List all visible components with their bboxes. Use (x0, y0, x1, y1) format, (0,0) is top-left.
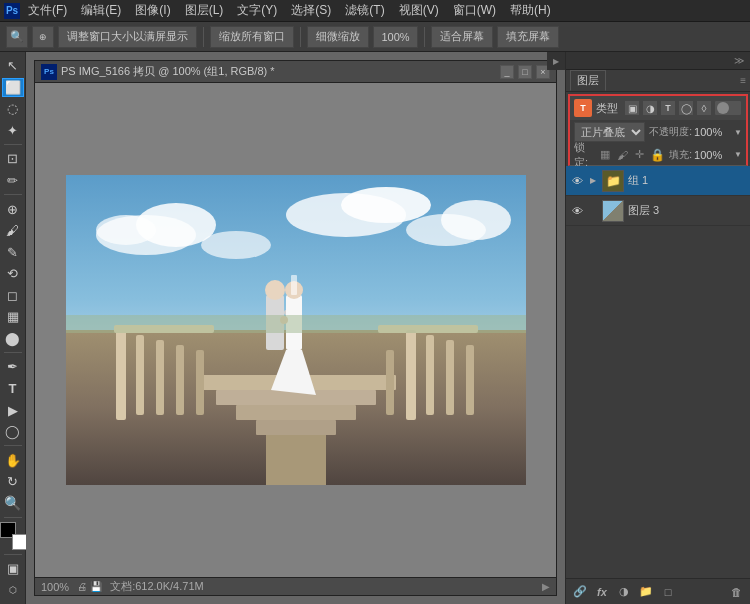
menu-layer[interactable]: 图层(L) (179, 0, 230, 21)
fill-section: 填充: 100% ▼ (669, 148, 742, 162)
eraser-tool[interactable]: ◻ (2, 286, 24, 306)
menu-bar: Ps 文件(F) 编辑(E) 图像(I) 图层(L) 文字(Y) 选择(S) 滤… (0, 0, 750, 22)
layer-name-3: 图层 3 (628, 203, 659, 218)
brush-tool[interactable]: 🖌 (2, 221, 24, 241)
filter-toggle[interactable] (714, 100, 742, 116)
new-page-icon: □ (665, 586, 672, 598)
pen-tool[interactable]: ✒ (2, 357, 24, 377)
layer-eye-group1[interactable]: 👁 (570, 174, 584, 188)
healing-tool[interactable]: ⊕ (2, 199, 24, 219)
new-layer-btn[interactable]: □ (658, 582, 678, 602)
filter-adjustment-icon[interactable]: ◑ (642, 100, 658, 116)
document-canvas[interactable] (35, 83, 556, 577)
fill-screen-btn[interactable]: 填充屏幕 (497, 26, 559, 48)
layer-thumb-group1: 📁 (602, 170, 624, 192)
new-group-btn[interactable]: 📁 (636, 582, 656, 602)
layer-group-1[interactable]: 👁 ▶ 📁 组 1 (566, 166, 750, 196)
layer-name-group1: 组 1 (628, 173, 648, 188)
fx-icon: fx (597, 586, 607, 598)
zoom-status: 100% (41, 581, 69, 593)
ps-logo: Ps (4, 3, 20, 19)
shape-tool[interactable]: ◯ (2, 422, 24, 442)
menu-select[interactable]: 选择(S) (285, 0, 337, 21)
svg-rect-22 (406, 330, 416, 420)
zoom-percent: 100% (373, 26, 418, 48)
lasso-tool[interactable]: ◌ (2, 99, 24, 119)
layer-eye-3[interactable]: 👁 (570, 204, 584, 218)
menu-edit[interactable]: 编辑(E) (75, 0, 127, 21)
opacity-arrow[interactable]: ▼ (734, 128, 742, 137)
menu-window[interactable]: 窗口(W) (447, 0, 502, 21)
hand-tool[interactable]: ✋ (2, 450, 24, 470)
crop-tool[interactable]: ⊡ (2, 149, 24, 169)
zoom-in-icon[interactable]: ⊕ (32, 26, 54, 48)
marquee-tool[interactable]: ⬜ (2, 78, 24, 98)
dodge-tool[interactable]: ⬤ (2, 329, 24, 349)
tool-sep3 (4, 352, 22, 353)
toolbar-sep1 (203, 27, 204, 47)
menu-view[interactable]: 视图(V) (393, 0, 445, 21)
panel-collapse-top[interactable]: ▶ (547, 52, 565, 70)
menu-type[interactable]: 文字(Y) (231, 0, 283, 21)
panel-collapse-bar: ≫ (566, 52, 750, 70)
svg-rect-26 (386, 350, 394, 415)
menu-filter[interactable]: 滤镜(T) (339, 0, 390, 21)
extra-tools-btn[interactable]: ⬡ (2, 580, 24, 600)
tool-sep2 (4, 194, 22, 195)
gradient-tool[interactable]: ▦ (2, 307, 24, 327)
rotate-view-tool[interactable]: ↻ (2, 472, 24, 492)
zoom-tool[interactable]: 🔍 (2, 493, 24, 513)
color-swatch[interactable] (0, 522, 28, 550)
workspace: ↖ ⬜ ◌ ✦ ⊡ ✏ ⊕ 🖌 ✎ ⟲ ◻ ▦ ⬤ ✒ T ▶ ◯ ✋ ↻ 🔍 … (0, 52, 750, 604)
path-select-tool[interactable]: ▶ (2, 400, 24, 420)
tool-sep6 (4, 554, 22, 555)
lock-checkerboard-icon[interactable]: ▦ (599, 147, 612, 163)
layer-thumb-3 (602, 200, 624, 222)
layer-type-icon[interactable]: T (574, 99, 592, 117)
filter-pixel-icon[interactable]: ▣ (624, 100, 640, 116)
fit-screen-btn[interactable]: 适合屏幕 (431, 26, 493, 48)
layer-3[interactable]: 👁 图层 3 (566, 196, 750, 226)
fill-label: 填充: (669, 148, 692, 162)
filter-shape-icon[interactable]: ◯ (678, 100, 694, 116)
move-tool[interactable]: ↖ (2, 56, 24, 76)
subtle-zoom-btn[interactable]: 细微缩放 (307, 26, 369, 48)
menu-help[interactable]: 帮助(H) (504, 0, 557, 21)
menu-file[interactable]: 文件(F) (22, 0, 73, 21)
eyedropper-tool[interactable]: ✏ (2, 171, 24, 191)
lock-move-icon[interactable]: ✛ (633, 147, 646, 163)
menu-image[interactable]: 图像(I) (129, 0, 176, 21)
zoom-out-icon[interactable]: 🔍 (6, 26, 28, 48)
filter-type-icon[interactable]: T (660, 100, 676, 116)
adjustment-layer-btn[interactable]: ◑ (614, 582, 634, 602)
filter-smart-icon[interactable]: ◊ (696, 100, 712, 116)
history-tool[interactable]: ⟲ (2, 264, 24, 284)
layers-tab[interactable]: 图层 (570, 70, 606, 91)
lock-brush-icon[interactable]: 🖌 (616, 147, 629, 163)
fill-arrow[interactable]: ▼ (734, 150, 742, 159)
doc-minimize-btn[interactable]: _ (500, 65, 514, 79)
layers-list: 👁 ▶ 📁 组 1 👁 图层 3 (566, 166, 750, 578)
svg-point-28 (265, 280, 285, 300)
photo-display (66, 175, 526, 485)
delete-layer-btn[interactable]: 🗑 (726, 582, 746, 602)
collapse-double-icon[interactable]: ≫ (732, 54, 746, 68)
main-toolbar: 🔍 ⊕ 调整窗口大小以满屏显示 缩放所有窗口 细微缩放 100% 适合屏幕 填充… (0, 22, 750, 52)
type-tool[interactable]: T (2, 379, 24, 399)
svg-rect-25 (466, 345, 474, 415)
fx-btn[interactable]: fx (592, 582, 612, 602)
trash-icon: 🗑 (731, 586, 742, 598)
lock-artboard-icon[interactable]: 🔒 (650, 147, 665, 163)
layer-expand-3[interactable] (588, 206, 598, 216)
layer-expand-group1[interactable]: ▶ (588, 176, 598, 186)
link-layers-btn[interactable]: 🔗 (570, 582, 590, 602)
doc-maximize-btn[interactable]: □ (518, 65, 532, 79)
wand-tool[interactable]: ✦ (2, 121, 24, 141)
panel-menu-icon[interactable]: ≡ (740, 75, 746, 86)
folder-icon: 📁 (639, 585, 653, 598)
zoom-all-btn[interactable]: 缩放所有窗口 (210, 26, 294, 48)
screen-mode-btn[interactable]: ▣ (2, 559, 24, 579)
opacity-value: 100% (694, 126, 732, 138)
fit-window-btn[interactable]: 调整窗口大小以满屏显示 (58, 26, 197, 48)
clone-tool[interactable]: ✎ (2, 242, 24, 262)
